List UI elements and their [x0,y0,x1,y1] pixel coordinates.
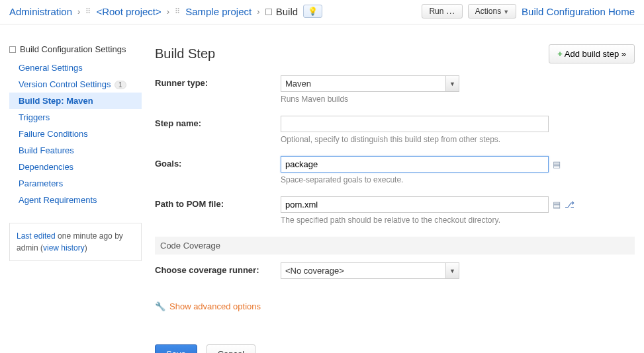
dropdown-arrow-icon[interactable]: ▼ [446,75,459,92]
topbar-actions: Run ... Actions▼ Build Configuration Hom… [422,4,635,19]
vcs-count-badge: 1 [115,81,126,89]
breadcrumb: Administration › ⠿ <Root project> › ⠿ Sa… [9,5,422,18]
coverage-runner-label: Choose coverage runner: [155,262,281,275]
view-history-link[interactable]: view history [43,243,85,253]
build-config-home-link[interactable]: Build Configuration Home [522,6,635,17]
caret-down-icon: ▼ [503,9,509,15]
sidebar: Build Configuration Settings General Set… [9,44,142,353]
cancel-button[interactable]: Cancel [207,344,255,353]
expand-field-icon[interactable]: ▤ [553,200,561,210]
topbar: Administration › ⠿ <Root project> › ⠿ Sa… [0,0,644,24]
sidebar-item-agent-requirements[interactable]: Agent Requirements [9,192,142,208]
run-button[interactable]: Run ... [422,4,462,19]
coverage-runner-row: Choose coverage runner: <No coverage> ▼ [155,262,635,279]
step-name-label: Step name: [155,116,281,128]
pom-input[interactable] [281,196,549,213]
runner-type-label: Runner type: [155,75,281,88]
sidebar-item-build-features[interactable]: Build Features [9,142,142,159]
form-actions: Save Cancel [155,344,635,353]
sidebar-nav: General Settings Version Control Setting… [9,59,142,208]
breadcrumb-separator: › [257,7,259,17]
goals-label: Goals: [155,156,281,169]
sidebar-item-general[interactable]: General Settings [9,59,142,76]
expand-field-icon[interactable]: ▤ [553,159,561,169]
build-config-icon [9,46,16,53]
dropdown-arrow-icon[interactable]: ▼ [446,262,459,279]
sidebar-item-failure-conditions[interactable]: Failure Conditions [9,126,142,142]
sidebar-title: Build Configuration Settings [9,44,142,54]
page-header: Build Step +Add build step » [155,44,635,63]
last-edited-link[interactable]: Last edited [17,231,56,241]
build-config-icon [265,9,272,15]
goals-hint: Space-separated goals to execute. [281,175,635,184]
sidebar-item-vcs[interactable]: Version Control Settings 1 [9,76,142,93]
breadcrumb-root-project[interactable]: <Root project> [96,6,161,17]
pom-row: Path to POM file: ▤ ⎇ The specified path… [155,196,635,225]
plus-icon: + [557,49,563,59]
coverage-runner-select[interactable]: <No coverage> ▼ [281,262,459,279]
page-title: Build Step [155,46,549,61]
sidebar-item-triggers[interactable]: Triggers [9,109,142,126]
breadcrumb-sample-project[interactable]: Sample project [185,6,252,17]
coverage-section-header: Code Coverage [155,237,635,255]
main-content: Build Step +Add build step » Runner type… [155,44,635,353]
sidebar-item-dependencies[interactable]: Dependencies [9,159,142,175]
breadcrumb-administration[interactable]: Administration [9,6,72,17]
project-icon: ⠿ [175,7,180,16]
wrench-icon: 🔧 [155,301,165,311]
pom-label: Path to POM file: [155,196,281,209]
step-name-row: Step name: Optional, specify to distingu… [155,116,635,144]
sidebar-item-parameters[interactable]: Parameters [9,175,142,192]
goals-row: Goals: ▤ Space-separated goals to execut… [155,156,635,184]
runner-type-row: Runner type: Maven ▼ Runs Maven builds [155,75,635,104]
tree-picker-icon[interactable]: ⎇ [565,200,575,210]
actions-dropdown[interactable]: Actions▼ [468,4,516,19]
goals-input[interactable] [281,156,549,173]
pom-hint: The specified path should be relative to… [281,216,635,225]
project-icon: ⠿ [85,7,91,16]
step-name-input[interactable] [281,116,549,132]
runner-type-hint: Runs Maven builds [281,95,635,104]
save-button[interactable]: Save [155,344,197,353]
show-advanced-link[interactable]: 🔧 Show advanced options [155,301,261,311]
add-build-step-button[interactable]: +Add build step » [549,44,635,63]
ellipsis-icon: ... [443,7,455,16]
last-edited-box: Last edited one minute ago by admin (vie… [9,223,142,261]
sidebar-item-build-step[interactable]: Build Step: Maven [9,93,142,109]
step-name-hint: Optional, specify to distinguish this bu… [281,135,635,144]
runner-type-select[interactable]: Maven ▼ [281,75,459,92]
breadcrumb-separator: › [77,7,80,17]
breadcrumb-build: Build [265,6,299,17]
hint-bulb-button[interactable]: 💡 [303,5,322,18]
breadcrumb-separator: › [167,7,169,17]
